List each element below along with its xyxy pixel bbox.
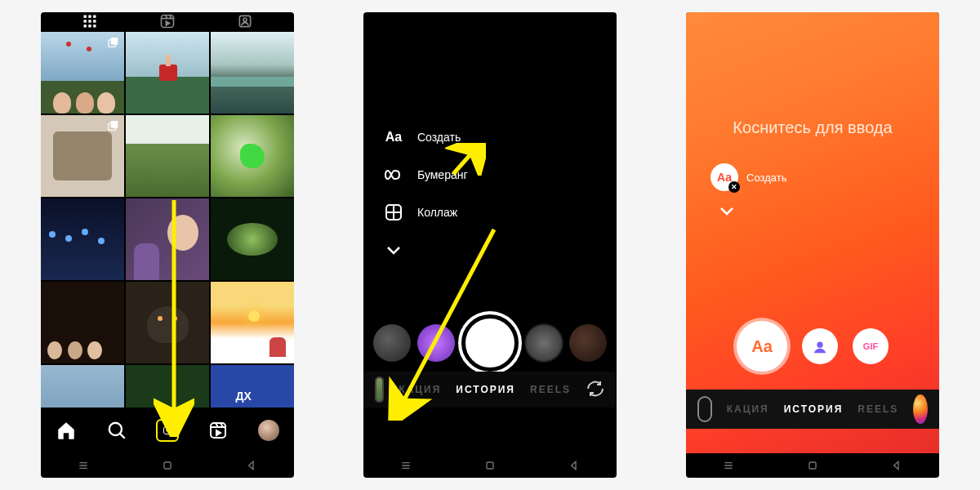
svg-rect-4: [89, 20, 91, 22]
mode-boomerang[interactable]: Бумеранг: [383, 164, 468, 185]
mode-layout[interactable]: Коллаж: [383, 202, 468, 223]
tab-prev[interactable]: КАЦИЯ: [399, 384, 441, 395]
gallery-thumb[interactable]: [375, 376, 384, 403]
mode-create[interactable]: Aa Создать: [383, 127, 468, 148]
grid-tile[interactable]: [41, 115, 124, 197]
android-back-icon[interactable]: [568, 459, 581, 472]
tab-reels[interactable]: [133, 13, 203, 29]
svg-rect-9: [162, 16, 174, 28]
grid-tile[interactable]: [126, 115, 209, 197]
filter-thumb[interactable]: [525, 324, 563, 362]
action-mention[interactable]: [802, 328, 838, 364]
grid-tile[interactable]: ДХ: [211, 365, 294, 408]
android-system-nav: [363, 453, 617, 478]
svg-rect-0: [84, 16, 87, 18]
android-system-nav: [41, 453, 294, 478]
svg-point-25: [817, 342, 822, 348]
screenshot-story-camera: Aa Создать Бумеранг Коллаж КАЦ: [363, 12, 617, 478]
camera-viewport[interactable]: Aa Создать Бумеранг Коллаж КАЦ: [363, 12, 617, 453]
photo-grid[interactable]: ДХ: [41, 30, 294, 408]
grid-tile[interactable]: [41, 365, 124, 408]
text-aa-icon: Aa✕: [710, 163, 738, 191]
nav-reels[interactable]: [207, 419, 229, 442]
chip-label: Создать: [746, 172, 786, 184]
svg-rect-3: [84, 20, 87, 22]
svg-rect-12: [111, 38, 118, 45]
filter-thumb[interactable]: [373, 324, 411, 362]
screenshot-profile-grid: ДХ: [41, 12, 294, 478]
chevron-down-icon[interactable]: [719, 204, 735, 219]
svg-rect-14: [111, 121, 118, 128]
grid-tile[interactable]: [211, 115, 294, 197]
svg-rect-26: [809, 462, 816, 469]
nav-create[interactable]: [156, 419, 179, 442]
capture-mode-tabs: КАЦИЯ ИСТОРИЯ REELS: [363, 372, 617, 408]
nav-home[interactable]: [55, 419, 78, 442]
tab-reels[interactable]: REELS: [530, 384, 571, 395]
tab-reels[interactable]: REELS: [858, 403, 898, 415]
chevron-down-icon: [383, 239, 404, 261]
android-home-icon[interactable]: [806, 459, 819, 472]
android-menu-icon[interactable]: [77, 459, 90, 472]
profile-tabs: [41, 12, 294, 30]
android-menu-icon[interactable]: [722, 459, 735, 472]
tab-story[interactable]: ИСТОРИЯ: [784, 403, 844, 415]
grid-tile[interactable]: [126, 198, 209, 280]
text-aa-icon: Aa: [383, 127, 404, 148]
svg-rect-8: [93, 24, 96, 27]
android-menu-icon[interactable]: [399, 459, 412, 472]
close-icon[interactable]: ✕: [728, 181, 740, 193]
android-back-icon[interactable]: [890, 459, 903, 472]
mode-label: Бумеранг: [417, 168, 468, 181]
android-home-icon[interactable]: [483, 459, 497, 472]
filter-carousel[interactable]: [363, 314, 617, 372]
grid-tile[interactable]: [41, 32, 124, 114]
svg-rect-22: [487, 462, 493, 469]
story-mode-list: Aa Создать Бумеранг Коллаж: [383, 127, 468, 261]
svg-rect-5: [93, 20, 96, 22]
grid-tile[interactable]: [126, 32, 209, 114]
capture-mode-tabs: КАЦИЯ ИСТОРИЯ REELS: [686, 390, 939, 429]
multi-post-icon: [107, 119, 120, 132]
svg-rect-1: [89, 16, 91, 18]
action-gif[interactable]: GIF: [853, 328, 889, 364]
nav-profile[interactable]: [257, 419, 280, 442]
grid-tile[interactable]: [41, 282, 124, 363]
grid-tile[interactable]: [211, 198, 294, 280]
mode-label: Создать: [417, 131, 461, 144]
mode-label: Коллаж: [417, 206, 457, 219]
svg-point-16: [109, 423, 122, 435]
bottom-nav: [41, 408, 294, 453]
action-text[interactable]: Aa: [737, 321, 787, 372]
nav-search[interactable]: [105, 419, 128, 442]
svg-rect-6: [84, 24, 87, 27]
screenshot-create-text: Коснитесь для ввода Aa✕ Создать Aa GIF К…: [686, 12, 939, 478]
filter-thumb[interactable]: [569, 324, 607, 362]
tab-grid[interactable]: [56, 13, 125, 29]
filter-thumb[interactable]: [417, 324, 455, 362]
shutter-button[interactable]: [461, 314, 519, 372]
grid-tile[interactable]: [126, 365, 209, 408]
android-home-icon[interactable]: [161, 459, 174, 472]
grid-tile[interactable]: [126, 282, 209, 363]
grid-tile[interactable]: [211, 282, 294, 363]
android-back-icon[interactable]: [245, 459, 258, 472]
mode-expand[interactable]: [383, 239, 468, 261]
gallery-thumb[interactable]: [697, 396, 712, 422]
grid-tile[interactable]: [41, 198, 124, 280]
infinity-icon: [383, 164, 404, 185]
switch-camera-icon[interactable]: [586, 379, 605, 401]
svg-rect-18: [211, 423, 225, 438]
create-action-row: Aa GIF: [686, 321, 939, 372]
tab-story[interactable]: ИСТОРИЯ: [456, 384, 515, 395]
tab-prev[interactable]: КАЦИЯ: [727, 403, 769, 415]
layout-icon: [383, 202, 404, 223]
grid-tile[interactable]: [211, 32, 294, 114]
create-canvas[interactable]: Коснитесь для ввода Aa✕ Создать Aa GIF К…: [686, 12, 939, 453]
tab-tagged[interactable]: [210, 13, 279, 29]
svg-rect-2: [93, 16, 96, 18]
text-input-prompt[interactable]: Коснитесь для ввода: [686, 118, 939, 137]
android-system-nav: [686, 453, 939, 478]
gradient-picker[interactable]: [913, 394, 928, 424]
mode-chip[interactable]: Aa✕ Создать: [710, 163, 786, 191]
